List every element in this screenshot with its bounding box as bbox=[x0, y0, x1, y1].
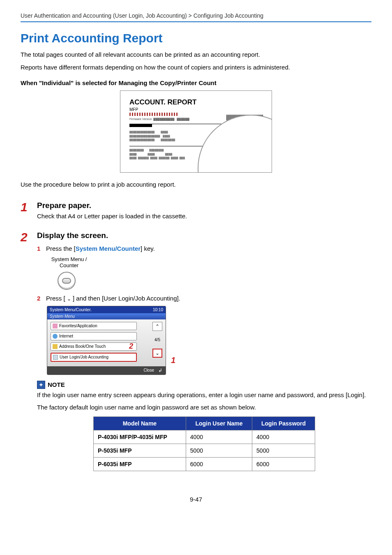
col-login-user: Login User Name bbox=[186, 416, 252, 430]
enter-icon: ↲ bbox=[158, 368, 162, 373]
step-2: 2 Display the screen. 1 Press the [Syste… bbox=[21, 231, 371, 471]
close-button[interactable]: Close bbox=[143, 368, 154, 372]
chevron-up-icon: ⌃ bbox=[155, 324, 159, 329]
table-row: P-5035i MFP 5000 5000 bbox=[94, 444, 315, 457]
menu-item-address-book[interactable]: Address Book/One Touch 2 bbox=[51, 342, 137, 351]
user-login-icon bbox=[53, 355, 58, 360]
step-1-title: Prepare paper. bbox=[37, 201, 371, 210]
intro-text-1: The total pages counted of all relevant … bbox=[21, 50, 371, 60]
screen-header-time: 10:10 bbox=[153, 308, 163, 312]
callout-2: 2 bbox=[129, 342, 133, 351]
menu-item-label: Favorites/Application bbox=[59, 324, 97, 328]
step-1: 1 Prepare paper. Check that A4 or Letter… bbox=[21, 201, 371, 220]
system-menu-key-label: System Menu / Counter bbox=[48, 256, 90, 268]
step-1-body: Check that A4 or Letter paper is loaded … bbox=[37, 213, 371, 220]
report-sample-stripes bbox=[129, 113, 179, 116]
system-menu-key-icon bbox=[58, 272, 76, 290]
menu-item-label: Address Book/One Touch bbox=[59, 344, 106, 349]
screen-subheader: System Menu bbox=[47, 313, 166, 319]
page-number: 9-47 bbox=[21, 496, 371, 503]
cell-model: P-5035i MFP bbox=[94, 444, 186, 457]
menu-item-label: Internet bbox=[59, 334, 73, 338]
cell-model: P-4030i MFP/P-4035i MFP bbox=[94, 430, 186, 444]
touch-screen-illustration: System Menu/Counter. 10:10 System Menu F… bbox=[47, 306, 166, 375]
cell-user: 4000 bbox=[186, 430, 252, 444]
screen-body: Favorites/Application Internet Address B… bbox=[47, 319, 166, 366]
screen-header-title: System Menu/Counter. bbox=[50, 308, 92, 312]
step-2-title: Display the screen. bbox=[37, 231, 371, 240]
cell-pass: 6000 bbox=[252, 457, 315, 471]
condition-subhead: When "Individual" is selected for Managi… bbox=[21, 79, 371, 86]
cell-model: P-6035i MFP bbox=[94, 457, 186, 471]
step-1-number: 1 bbox=[21, 201, 37, 220]
report-sample-illustration: ACCOUNT. REPORT MFP Firmware Version ▓▓▓… bbox=[120, 90, 272, 173]
chevron-down-icon: ⌄ bbox=[155, 350, 159, 356]
page-title: Print Accounting Report bbox=[21, 31, 371, 45]
scroll-controls: ⌃ 4/5 ⌄ bbox=[152, 322, 162, 358]
substep-2-2-number: 2 bbox=[37, 295, 46, 302]
cell-user: 6000 bbox=[186, 457, 252, 471]
note-text-1: If the login user name entry screen appe… bbox=[37, 391, 371, 400]
screen-footer: Close ↲ bbox=[47, 366, 166, 375]
substep-2-1-number: 1 bbox=[37, 245, 46, 252]
menu-item-user-login[interactable]: User Login/Job Accounting bbox=[51, 353, 137, 362]
menu-item-favorites[interactable]: Favorites/Application bbox=[51, 322, 137, 330]
note-label: NOTE bbox=[48, 381, 65, 388]
note-block: ✦ NOTE If the login user name entry scre… bbox=[37, 381, 371, 471]
key-button-icon bbox=[62, 278, 71, 284]
login-credentials-table: Model Name Login User Name Login Passwor… bbox=[93, 416, 315, 471]
chevron-down-icon: ⌄ bbox=[67, 296, 71, 302]
scroll-down-button[interactable]: ⌄ bbox=[152, 349, 162, 358]
cell-pass: 5000 bbox=[252, 444, 315, 457]
intro-text-2: Reports have different formats depending… bbox=[21, 63, 371, 72]
report-sample-sub: MFP bbox=[129, 107, 263, 112]
screen-header: System Menu/Counter. 10:10 bbox=[47, 306, 166, 313]
table-row: P-6035i MFP 6000 6000 bbox=[94, 457, 315, 471]
substep-2-1-text: Press the [System Menu/Counter] key. bbox=[46, 245, 155, 252]
note-icon: ✦ bbox=[37, 381, 45, 389]
address-book-icon bbox=[53, 344, 58, 349]
step-2-number: 2 bbox=[21, 231, 37, 471]
menu-item-internet[interactable]: Internet bbox=[51, 332, 137, 340]
note-text-2: The factory default login user name and … bbox=[37, 403, 371, 412]
cell-user: 5000 bbox=[186, 444, 252, 457]
breadcrumb: User Authentication and Accounting (User… bbox=[21, 12, 371, 19]
system-menu-key-ref: System Menu/Counter bbox=[76, 245, 141, 252]
use-procedure-text: Use the procedure below to print a job a… bbox=[21, 180, 371, 190]
callout-1: 1 bbox=[171, 356, 175, 365]
scroll-up-button[interactable]: ⌃ bbox=[152, 322, 162, 331]
substep-2-2: 2 Press [ ⌄ ] and then [User Login/Job A… bbox=[37, 295, 371, 302]
col-model-name: Model Name bbox=[94, 416, 186, 430]
cell-pass: 4000 bbox=[252, 430, 315, 444]
table-row: P-4030i MFP/P-4035i MFP 4000 4000 bbox=[94, 430, 315, 444]
col-login-pass: Login Password bbox=[252, 416, 315, 430]
page-indicator: 4/5 bbox=[154, 338, 160, 342]
header-rule bbox=[21, 21, 371, 22]
menu-item-label: User Login/Job Accounting bbox=[60, 355, 108, 359]
substep-2-2-text: Press [ ⌄ ] and then [User Login/Job Acc… bbox=[46, 295, 180, 302]
substep-2-1: 1 Press the [System Menu/Counter] key. bbox=[37, 245, 371, 252]
favorites-icon bbox=[53, 324, 58, 328]
internet-icon bbox=[53, 334, 58, 339]
report-sample-title: ACCOUNT. REPORT bbox=[129, 98, 263, 106]
